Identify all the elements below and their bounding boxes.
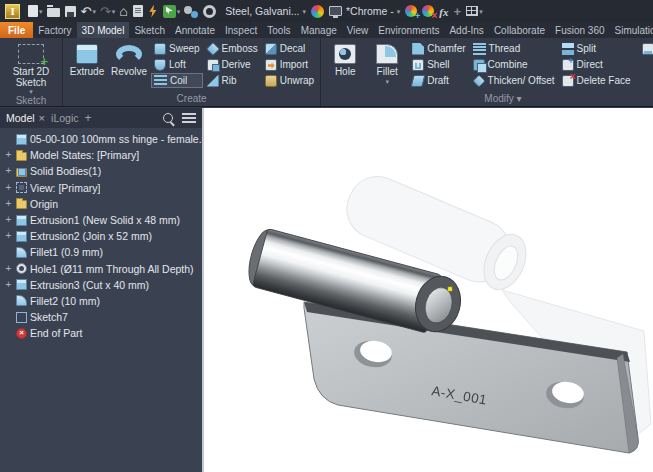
ribbon-tab[interactable]: Manage [296,22,342,38]
ribbon-tab[interactable]: File [0,22,33,38]
fillet-button[interactable]: Fillet ▾ [366,40,408,93]
expand-icon[interactable]: + [4,150,13,160]
derive-button[interactable]: Derive [204,57,261,72]
draft-button[interactable]: Draft [409,73,468,88]
expand-icon[interactable]: + [4,183,13,193]
expand-icon[interactable]: + [4,166,13,176]
chamfer-button[interactable]: Chamfer [409,41,468,56]
select-icon [163,5,176,18]
titlebar: ▾ ▾ ▾ [0,0,653,22]
tree-item[interactable]: + Hole1 (Ø11 mm Through All Depth) [4,261,202,277]
unwrap-button[interactable]: Unwrap [262,73,317,88]
new-file-icon [28,5,38,17]
ribbon-tab[interactable]: Fusion 360 [550,22,609,38]
new-file-button[interactable]: ▾ [26,1,45,21]
ribbon-tab[interactable]: View [342,22,374,38]
tree-item[interactable]: + Extrusion2 (Join x 52 mm) [4,228,202,244]
material-button[interactable] [182,1,201,21]
material-sphere-icon [184,5,198,18]
ilogic-trigger-button[interactable] [146,1,161,21]
loft-button[interactable]: Loft [151,57,203,72]
3d-canvas[interactable]: A-X_001 [204,108,653,472]
tree-item[interactable]: Sketch7 [4,309,202,325]
appearance-clear-icon [422,5,434,17]
add-tab-button[interactable]: + [84,111,91,125]
split-button[interactable]: Split [559,41,634,56]
sweep-button[interactable]: Sweep [151,41,203,56]
tree-item[interactable]: + Extrusion1 (New Solid x 48 mm) [4,212,202,228]
decal-button[interactable]: Decal [262,41,317,56]
browser-tab-model[interactable]: Model × [6,112,45,124]
ribbon-tab[interactable]: Add-Ins [444,22,488,38]
hole-button[interactable]: Hole [324,40,366,93]
ribbon-tab[interactable]: Factory [33,22,76,38]
expand-icon[interactable]: + [4,264,13,274]
draft-icon [411,75,426,87]
search-icon[interactable] [163,113,173,123]
browser-tab-ilogic[interactable]: iLogic [51,112,78,124]
close-icon[interactable]: × [39,112,45,124]
sketch-icon [16,312,27,323]
ribbon-tab[interactable]: Collaborate [489,22,550,38]
add-button[interactable] [452,1,465,21]
import-button[interactable]: Import [262,57,317,72]
tree-item[interactable]: + Extrusion3 (Cut x 40 mm) [4,277,202,293]
appearance-add-button[interactable] [403,1,420,21]
appearance-dropdown[interactable]: *Chrome - ▾ [327,1,402,21]
end-of-part-icon [16,328,27,339]
tree-item[interactable]: + View: [Primary] [4,180,202,196]
tree-item[interactable]: + Model States: [Primary] [4,147,202,163]
emboss-button[interactable]: Emboss [204,41,261,56]
tree-item[interactable]: + Origin [4,196,202,212]
delete-face-button[interactable]: Delete Face [559,73,634,88]
ribbon-tab[interactable]: Environments [373,22,444,38]
ribbon-tab[interactable]: 3D Model [77,22,130,38]
material-dropdown[interactable]: Steel, Galvani... ▾ [220,1,308,21]
ribbon-tab[interactable]: Tools [262,22,295,38]
coil-button[interactable]: Coil [151,73,203,88]
revolve-button[interactable]: Revolve [108,40,150,93]
extrusion-icon [16,279,27,290]
combine-button[interactable]: Combine [470,57,558,72]
mark-button[interactable]: Mark [639,41,653,56]
thread-button[interactable]: Thread [470,41,558,56]
ribbon-tab[interactable]: Inspect [220,22,262,38]
rib-button[interactable]: Rib [204,73,261,88]
appearance-clear-button[interactable] [420,1,437,21]
extrusion-icon [16,215,27,226]
save-button[interactable] [63,1,79,21]
thicken-offset-button[interactable]: Thicken/ Offset [470,73,558,88]
shell-button[interactable]: Shell [409,57,468,72]
expand-icon[interactable]: + [4,231,13,241]
expand-icon[interactable]: + [4,215,13,225]
parameters-button[interactable] [437,1,451,21]
tree-item[interactable]: 05-00-100 100mm ss hinge - female.ipt [4,131,202,147]
start-2d-sketch-icon [18,44,44,64]
render-button[interactable] [201,1,219,21]
tree-item[interactable]: + Solid Bodies(1) [4,163,202,179]
expand-icon[interactable]: + [4,199,13,209]
viewport[interactable]: A-X_001 [202,108,653,472]
start-2d-sketch-button[interactable]: Start 2D Sketch ▾ [3,40,59,95]
expand-icon[interactable]: + [4,280,13,290]
split-icon [562,43,574,55]
ribbon-tab[interactable]: Simulation [610,22,653,38]
tree-item[interactable]: Fillet1 (0.9 mm) [4,244,202,260]
visual-style-button[interactable]: ▾ [464,1,485,21]
tree-item[interactable]: End of Part [4,325,202,341]
ribbon-tab[interactable]: Annotate [170,22,220,38]
extrude-button[interactable]: Extrude [66,40,108,93]
redo-button[interactable]: ▾ [98,1,117,21]
home-button[interactable] [117,1,130,21]
iproperties-button[interactable] [131,1,146,21]
select-button[interactable]: ▾ [161,1,183,21]
tree-item[interactable]: Fillet2 (10 mm) [4,293,202,309]
open-button[interactable] [45,1,63,21]
feature-tree: 05-00-100 100mm ss hinge - female.ipt + … [0,128,202,341]
menu-icon[interactable] [182,113,196,123]
ribbon-tab[interactable]: Sketch [129,22,170,38]
undo-button[interactable]: ▾ [79,1,98,21]
color-wheel-button[interactable] [309,1,326,21]
inventor-logo[interactable] [3,1,26,21]
sweep-icon [154,43,166,55]
